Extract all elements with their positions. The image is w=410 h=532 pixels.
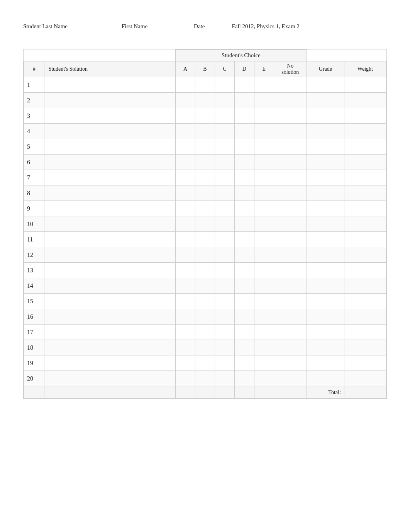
row-solution[interactable] [44, 309, 176, 325]
row-solution[interactable] [44, 355, 176, 371]
row-nosol[interactable] [274, 263, 307, 278]
row-grade[interactable] [307, 263, 344, 278]
row-grade[interactable] [307, 278, 344, 294]
row-b[interactable] [195, 216, 215, 232]
row-e[interactable] [254, 185, 274, 201]
row-grade[interactable] [307, 355, 344, 371]
row-b[interactable] [195, 278, 215, 294]
row-nosol[interactable] [274, 325, 307, 340]
row-nosol[interactable] [274, 232, 307, 247]
row-c[interactable] [215, 170, 234, 185]
row-a[interactable] [176, 325, 195, 340]
row-grade[interactable] [307, 294, 344, 309]
row-weight[interactable] [344, 340, 386, 355]
row-nosol[interactable] [274, 201, 307, 216]
row-e[interactable] [254, 216, 274, 232]
row-solution[interactable] [44, 155, 176, 170]
row-nosol[interactable] [274, 108, 307, 124]
row-solution[interactable] [44, 232, 176, 247]
row-weight[interactable] [344, 294, 386, 309]
row-grade[interactable] [307, 216, 344, 232]
row-weight[interactable] [344, 247, 386, 263]
row-c[interactable] [215, 139, 234, 155]
row-grade[interactable] [307, 340, 344, 355]
row-a[interactable] [176, 201, 195, 216]
row-d[interactable] [234, 216, 254, 232]
row-b[interactable] [195, 247, 215, 263]
row-grade[interactable] [307, 170, 344, 185]
row-a[interactable] [176, 124, 195, 139]
row-e[interactable] [254, 232, 274, 247]
row-e[interactable] [254, 93, 274, 108]
row-b[interactable] [195, 124, 215, 139]
row-e[interactable] [254, 325, 274, 340]
row-grade[interactable] [307, 325, 344, 340]
row-a[interactable] [176, 77, 195, 93]
row-solution[interactable] [44, 371, 176, 386]
row-b[interactable] [195, 294, 215, 309]
row-a[interactable] [176, 340, 195, 355]
row-c[interactable] [215, 232, 234, 247]
row-weight[interactable] [344, 371, 386, 386]
row-nosol[interactable] [274, 185, 307, 201]
row-weight[interactable] [344, 108, 386, 124]
row-solution[interactable] [44, 93, 176, 108]
row-b[interactable] [195, 263, 215, 278]
row-c[interactable] [215, 201, 234, 216]
row-d[interactable] [234, 278, 254, 294]
row-solution[interactable] [44, 108, 176, 124]
row-e[interactable] [254, 201, 274, 216]
row-b[interactable] [195, 155, 215, 170]
row-weight[interactable] [344, 325, 386, 340]
row-weight[interactable] [344, 155, 386, 170]
row-grade[interactable] [307, 185, 344, 201]
row-d[interactable] [234, 355, 254, 371]
row-b[interactable] [195, 232, 215, 247]
row-a[interactable] [176, 232, 195, 247]
row-nosol[interactable] [274, 170, 307, 185]
row-d[interactable] [234, 201, 254, 216]
row-d[interactable] [234, 185, 254, 201]
row-e[interactable] [254, 340, 274, 355]
row-b[interactable] [195, 185, 215, 201]
row-solution[interactable] [44, 170, 176, 185]
row-e[interactable] [254, 77, 274, 93]
row-solution[interactable] [44, 124, 176, 139]
row-solution[interactable] [44, 263, 176, 278]
row-nosol[interactable] [274, 278, 307, 294]
row-grade[interactable] [307, 108, 344, 124]
row-e[interactable] [254, 155, 274, 170]
row-e[interactable] [254, 355, 274, 371]
first-name-blank[interactable] [147, 28, 186, 28]
row-a[interactable] [176, 371, 195, 386]
row-c[interactable] [215, 263, 234, 278]
row-b[interactable] [195, 340, 215, 355]
row-a[interactable] [176, 278, 195, 294]
row-c[interactable] [215, 216, 234, 232]
date-blank[interactable] [205, 28, 228, 28]
row-e[interactable] [254, 371, 274, 386]
row-a[interactable] [176, 185, 195, 201]
row-d[interactable] [234, 309, 254, 325]
total-value[interactable] [344, 386, 386, 399]
row-a[interactable] [176, 247, 195, 263]
row-d[interactable] [234, 155, 254, 170]
row-c[interactable] [215, 309, 234, 325]
row-c[interactable] [215, 325, 234, 340]
row-d[interactable] [234, 124, 254, 139]
row-grade[interactable] [307, 139, 344, 155]
row-a[interactable] [176, 139, 195, 155]
row-a[interactable] [176, 93, 195, 108]
row-d[interactable] [234, 247, 254, 263]
row-d[interactable] [234, 93, 254, 108]
row-b[interactable] [195, 93, 215, 108]
row-d[interactable] [234, 108, 254, 124]
row-solution[interactable] [44, 77, 176, 93]
row-c[interactable] [215, 108, 234, 124]
row-d[interactable] [234, 294, 254, 309]
row-b[interactable] [195, 139, 215, 155]
row-solution[interactable] [44, 340, 176, 355]
row-nosol[interactable] [274, 371, 307, 386]
row-c[interactable] [215, 278, 234, 294]
row-weight[interactable] [344, 263, 386, 278]
